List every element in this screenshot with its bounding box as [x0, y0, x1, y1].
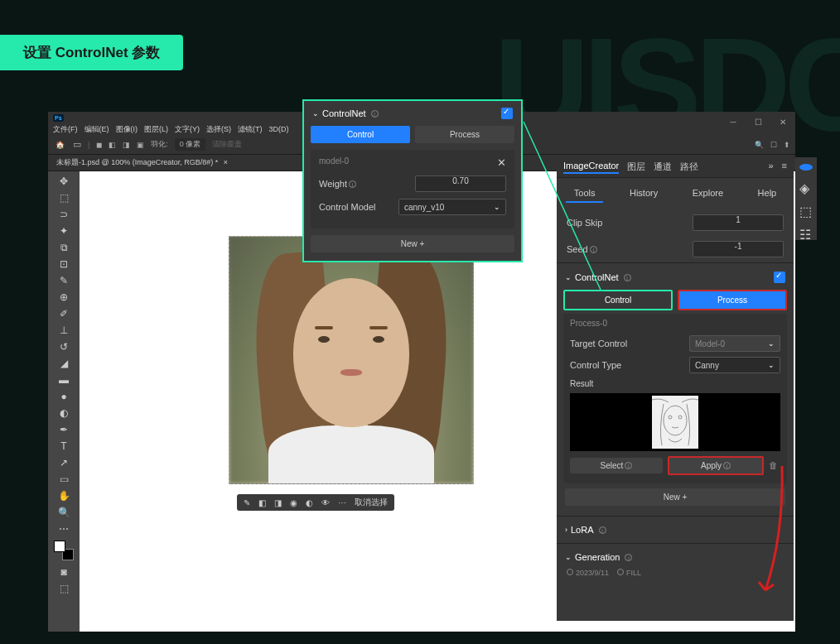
select-sub-icon[interactable]: ◨ [123, 141, 130, 149]
target-control-select[interactable]: Model-0⌄ [689, 335, 780, 352]
history-brush-icon[interactable]: ↺ [48, 339, 80, 355]
invert-icon[interactable]: ◐ [306, 498, 313, 507]
color-swatch[interactable] [54, 541, 74, 560]
result-preview [570, 393, 780, 451]
page-title: 设置 ControlNet 参数 [0, 35, 183, 70]
more-tool-icon[interactable]: ⋯ [48, 521, 80, 537]
gradient-tool-icon[interactable]: ▬ [48, 372, 80, 388]
screen-mode-icon[interactable]: ⬚ [48, 580, 80, 597]
controlnet-checkbox[interactable] [774, 272, 785, 283]
search-icon[interactable]: 🔍 [755, 141, 764, 149]
heal-tool-icon[interactable]: ⊕ [48, 289, 80, 305]
panel-collapse-icon[interactable]: » [768, 161, 773, 174]
cancel-select-button[interactable]: 取消选择 [355, 497, 388, 508]
move-tool-icon[interactable]: ✥ [48, 173, 80, 190]
controlnet-section-header[interactable]: ⌄ ControlNet i [557, 268, 794, 286]
maximize-icon[interactable]: ☐ [746, 112, 770, 132]
clear-overlay-label[interactable]: 清除覆盖 [212, 139, 242, 150]
view-icon[interactable]: 👁 [321, 498, 330, 507]
seed-input[interactable]: -1 [693, 241, 784, 257]
subfrom-icon[interactable]: ◨ [274, 498, 282, 507]
brush-icon[interactable]: ✎ [244, 498, 250, 507]
minimize-icon[interactable]: ─ [721, 112, 746, 132]
menu-filter[interactable]: 滤镜(T) [236, 124, 264, 135]
trash-icon[interactable]: 🗑 [769, 460, 780, 472]
menu-text[interactable]: 文字(Y) [173, 124, 201, 135]
popup-tabs: Control Process [304, 126, 521, 150]
crop-tool-icon[interactable]: ⧉ [48, 239, 80, 256]
tab-paths[interactable]: 路径 [680, 161, 698, 174]
marquee-tool-icon[interactable]: ⬚ [48, 190, 80, 206]
zoom-tool-icon[interactable]: 🔍 [48, 504, 80, 521]
share-icon[interactable]: ⬆ [784, 141, 790, 149]
new-process-button[interactable]: New + [565, 488, 785, 506]
gen-fill-option[interactable]: FILL [617, 569, 641, 577]
properties-icon[interactable]: ☷ [799, 227, 813, 240]
select-button[interactable]: Selecti [570, 458, 663, 473]
type-tool-icon[interactable]: T [48, 438, 80, 454]
menu-edit[interactable]: 编辑(E) [83, 124, 111, 135]
panel-menu-icon[interactable]: ≡ [782, 161, 787, 174]
wand-tool-icon[interactable]: ✦ [48, 223, 80, 239]
more-icon[interactable]: ⋯ [338, 498, 346, 507]
subtab-explore[interactable]: Explore [684, 185, 731, 203]
globe-icon[interactable] [799, 164, 813, 171]
popup-new-button[interactable]: New + [311, 235, 514, 252]
clip-skip-input[interactable]: 1 [693, 214, 784, 231]
control-type-select[interactable]: Canny⌄ [689, 357, 780, 373]
menu-select[interactable]: 选择(S) [205, 124, 233, 135]
eyedropper-tool-icon[interactable]: ✎ [48, 272, 80, 289]
frame-tool-icon[interactable]: ⊡ [48, 256, 80, 272]
brush-tool-icon[interactable]: ✐ [48, 305, 80, 322]
subtab-history[interactable]: History [621, 185, 666, 203]
workspace-icon[interactable]: ☐ [770, 141, 777, 149]
subtab-help[interactable]: Help [750, 185, 785, 203]
blur-tool-icon[interactable]: ● [48, 388, 80, 405]
settings-icon[interactable]: ◉ [290, 498, 297, 507]
tab-imagecreator[interactable]: ImageCreator [563, 161, 619, 174]
gen-date-option[interactable]: 2023/9/11 [567, 569, 609, 577]
lasso-tool-icon[interactable]: ⊃ [48, 206, 80, 223]
popup-control-tab[interactable]: Control [311, 126, 410, 143]
lora-header[interactable]: › LoRA i [557, 521, 794, 538]
select-new-icon[interactable]: ◼ [96, 141, 102, 149]
popup-process-tab[interactable]: Process [415, 126, 514, 143]
stamp-tool-icon[interactable]: ⊥ [48, 322, 80, 339]
menu-3d[interactable]: 3D(D) [268, 125, 291, 133]
feather-label: 羽化: [151, 139, 168, 150]
marquee-tool-icon[interactable]: ▭ [73, 139, 81, 150]
menu-image[interactable]: 图像(I) [114, 124, 140, 135]
control-model-select[interactable]: canny_v10⌄ [398, 199, 506, 215]
apply-button[interactable]: Applyi [668, 456, 764, 475]
tab-channels[interactable]: 通道 [654, 161, 672, 174]
tab-close-icon[interactable]: × [224, 158, 228, 166]
path-tool-icon[interactable]: ↗ [48, 454, 80, 471]
dodge-tool-icon[interactable]: ◐ [48, 405, 80, 421]
addto-icon[interactable]: ◧ [258, 498, 266, 507]
feather-value[interactable]: 0 像素 [175, 138, 206, 151]
menu-file[interactable]: 文件(F) [51, 124, 80, 135]
eraser-tool-icon[interactable]: ◢ [48, 355, 80, 372]
layers-icon[interactable]: ◈ [799, 180, 813, 194]
weight-input[interactable]: 0.70 [415, 175, 506, 192]
generation-title: Generation [575, 552, 620, 562]
tab-layers[interactable]: 图层 [627, 161, 645, 174]
chevron-right-icon: › [565, 526, 567, 534]
popup-enable-checkbox[interactable] [501, 108, 513, 119]
process-button[interactable]: Process [678, 290, 787, 310]
quick-mask-icon[interactable]: ◙ [48, 564, 80, 580]
close-icon[interactable]: ✕ [770, 112, 795, 132]
pen-tool-icon[interactable]: ✒ [48, 421, 80, 438]
popup-close-icon[interactable]: ✕ [497, 156, 506, 169]
seed-row: Seedi -1 [557, 236, 794, 262]
hand-tool-icon[interactable]: ✋ [48, 488, 80, 504]
control-button[interactable]: Control [563, 290, 673, 310]
adjustments-icon[interactable]: ⬚ [799, 204, 813, 217]
subtab-tools[interactable]: Tools [566, 185, 604, 203]
rect-tool-icon[interactable]: ▭ [48, 471, 80, 488]
home-icon[interactable]: 🏠 [53, 138, 66, 151]
menu-layer[interactable]: 图层(L) [142, 124, 170, 135]
select-intersect-icon[interactable]: ▣ [137, 141, 144, 149]
select-add-icon[interactable]: ◧ [109, 141, 116, 149]
generation-header[interactable]: ⌄ Generation i [557, 549, 794, 565]
